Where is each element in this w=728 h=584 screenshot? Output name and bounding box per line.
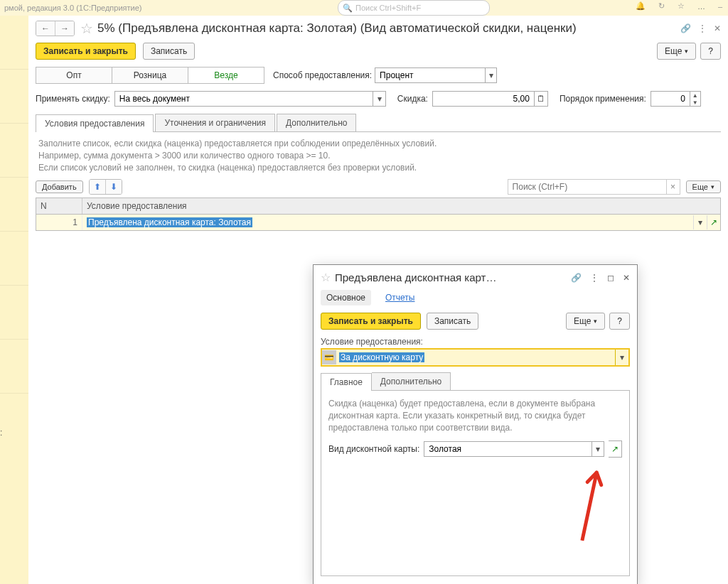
minimize-icon[interactable]: –	[718, 2, 722, 11]
forward-arrow-icon[interactable]: →	[55, 21, 74, 36]
segment-everywhere[interactable]: Везде	[188, 67, 264, 84]
spin-down-icon[interactable]: ▼	[690, 99, 700, 106]
popup-maximize-icon[interactable]: ◻	[607, 273, 614, 283]
tab-conditions[interactable]: Условия предоставления	[36, 114, 154, 132]
popup-title: Предъявлена дисконтная карт…	[335, 271, 496, 283]
popup-write-close-button[interactable]: Записать и закрыть	[321, 313, 421, 330]
add-button[interactable]: Добавить	[36, 180, 83, 193]
popup-tab-main[interactable]: Главное	[321, 373, 372, 391]
kind-open-icon[interactable]: ↗	[609, 440, 622, 458]
help-button[interactable]: ?	[700, 43, 721, 60]
move-down-icon[interactable]: ⬇	[105, 180, 122, 194]
calculator-icon[interactable]: 🗒	[534, 92, 547, 106]
conditions-more-button[interactable]: Еще ▾	[686, 180, 721, 193]
table-row[interactable]: 1 Предъявлена дисконтная карта: Золотая …	[36, 215, 720, 230]
close-icon[interactable]: ✕	[714, 23, 721, 33]
order-label: Порядок применения:	[560, 94, 646, 104]
conditions-toolbar: Добавить ⬆ ⬇ × Еще ▾	[36, 179, 721, 195]
nav-arrows[interactable]: ← →	[36, 21, 75, 36]
popup-cond-chevron-down-icon[interactable]: ▾	[615, 350, 628, 365]
apply-discount-label: Применять скидку:	[36, 94, 110, 104]
global-search-placeholder: Поиск Ctrl+Shift+F	[355, 4, 421, 12]
apply-discount-combo[interactable]: ▾	[114, 91, 386, 107]
form-title: 5% (Предъявлена дисконтная карта: Золота…	[97, 21, 577, 36]
kind-combo[interactable]: ▾	[424, 441, 604, 457]
app-title-fragment: рмой, редакция 3.0 (1С:Предприятие)	[4, 4, 141, 12]
global-search[interactable]: 🔍 Поиск Ctrl+Shift+F	[338, 0, 490, 16]
conditions-table: N Условие предоставления 1 Предъявлена д…	[36, 198, 721, 231]
link-icon[interactable]: 🔗	[680, 23, 691, 33]
tab-extra[interactable]: Дополнительно	[277, 114, 356, 131]
discount-label: Скидка:	[397, 94, 428, 104]
popup-kebab-icon[interactable]: ⋮	[590, 273, 599, 283]
popup-write-button[interactable]: Записать	[427, 313, 478, 330]
apply-discount-input[interactable]	[115, 92, 373, 106]
popup-tab-extra[interactable]: Дополнительно	[372, 372, 451, 390]
provide-method-combo[interactable]: ▾	[375, 67, 497, 83]
discount-field[interactable]: 🗒	[432, 91, 548, 107]
form-titlebar: ← → ☆ 5% (Предъявлена дисконтная карта: …	[28, 16, 728, 40]
cell-condition[interactable]: Предъявлена дисконтная карта: Золотая	[82, 215, 693, 230]
cell-n: 1	[36, 215, 82, 230]
command-bar: Записать и закрыть Записать Еще ▾ ?	[28, 40, 728, 63]
col-condition: Условие предоставления	[82, 198, 720, 214]
back-arrow-icon[interactable]: ←	[36, 21, 55, 36]
kind-input[interactable]	[424, 442, 592, 456]
popup-subtab-reports[interactable]: Отчеты	[380, 290, 420, 305]
popup-condition-combo[interactable]: 💳 За дисконтную карту ▾	[321, 348, 630, 367]
col-n: N	[36, 198, 82, 214]
card-icon: 💳	[322, 350, 336, 364]
condition-text: Предъявлена дисконтная карта: Золотая	[87, 217, 252, 227]
popup-description: Скидка (наценка) будет предоставлена, ес…	[328, 398, 622, 433]
move-buttons[interactable]: ⬆ ⬇	[89, 179, 122, 195]
kind-chevron-down-icon[interactable]: ▾	[592, 442, 604, 456]
star-icon[interactable]: ☆	[678, 1, 685, 11]
popup-close-icon[interactable]: ✕	[623, 273, 630, 283]
bell-icon[interactable]: 🔔	[636, 1, 646, 11]
provide-method-label: Способ предоставления:	[273, 70, 372, 80]
chevron-down-icon[interactable]: ▾	[485, 68, 496, 82]
popup-condition-value: За дисконтную карту	[339, 352, 424, 362]
favorite-star-icon[interactable]: ☆	[80, 20, 93, 37]
move-up-icon[interactable]: ⬆	[90, 180, 105, 194]
provide-method-input[interactable]	[375, 68, 485, 82]
order-spinner[interactable]: ▲▼	[651, 91, 701, 107]
tab-refinements[interactable]: Уточнения и ограничения	[155, 114, 275, 131]
popup-more-button[interactable]: Еще ▾	[566, 313, 605, 330]
kebab-icon[interactable]: ⋮	[698, 23, 707, 33]
history-icon[interactable]: ↻	[658, 1, 665, 11]
popup-subtab-main[interactable]: Основное	[321, 290, 371, 305]
kind-label: Вид дисконтной карты:	[328, 444, 419, 454]
spin-up-icon[interactable]: ▲	[690, 92, 700, 99]
segment-opt[interactable]: Опт	[36, 67, 112, 84]
more-button[interactable]: Еще ▾	[657, 43, 696, 60]
popup-condition-label: Условие предоставления:	[314, 332, 637, 348]
conditions-search[interactable]: ×	[508, 179, 680, 195]
popup-help-button[interactable]: ?	[609, 313, 630, 330]
gutter-colon: :	[0, 428, 2, 438]
conditions-hint: Заполните список, если скидка (наценка) …	[38, 138, 718, 173]
row-chevron-down-icon[interactable]: ▾	[693, 215, 707, 229]
clear-search-icon[interactable]: ×	[666, 180, 680, 194]
discount-input[interactable]	[433, 92, 534, 106]
row-open-icon[interactable]: ↗	[707, 215, 720, 229]
popup-link-icon[interactable]: 🔗	[571, 273, 582, 283]
segment-retail[interactable]: Розница	[112, 67, 188, 84]
conditions-search-input[interactable]	[508, 180, 666, 194]
user-menu[interactable]: …	[697, 2, 705, 11]
app-topbar: рмой, редакция 3.0 (1С:Предприятие) 🔍 По…	[0, 0, 728, 16]
write-and-close-button[interactable]: Записать и закрыть	[36, 43, 136, 60]
main-tabs: Условия предоставления Уточнения и огран…	[36, 114, 721, 132]
write-button[interactable]: Записать	[143, 43, 195, 60]
popup-star-icon[interactable]: ☆	[321, 271, 331, 284]
order-input[interactable]	[651, 92, 690, 106]
section-gutter: :	[0, 16, 29, 584]
chevron-down-icon[interactable]: ▾	[373, 92, 385, 106]
